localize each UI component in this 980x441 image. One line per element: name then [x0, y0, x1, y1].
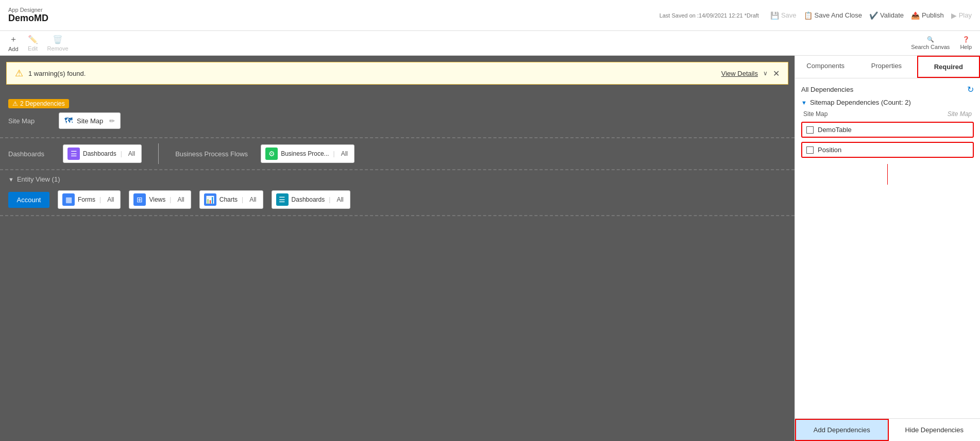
forms-all-button[interactable]: All	[105, 196, 116, 203]
top-bar-actions: Last Saved on :14/09/2021 12:21 *Draft 💾…	[660, 11, 972, 20]
remove-label: Remove	[47, 45, 69, 52]
sitemap-tile-label: Site Map	[77, 117, 103, 125]
add-label: Add	[8, 46, 19, 52]
site-map-row-label: Site Map Site Map	[801, 110, 974, 118]
entity-view-header[interactable]: ▼ Entity View (1)	[0, 170, 795, 186]
publish-label: Publish	[922, 11, 944, 19]
remove-toolbar-item[interactable]: 🗑️ Remove	[47, 35, 69, 52]
views-icon: ⊞	[133, 193, 146, 206]
validate-label: Validate	[880, 11, 904, 19]
views-all-button[interactable]: All	[175, 196, 186, 203]
sitemap-dep-group: ▼ Sitemap Dependencies (Count: 2) Site M…	[801, 99, 974, 158]
tile-sep1: |	[121, 150, 122, 157]
dep-checkbox-2[interactable]	[806, 146, 814, 154]
search-icon: 🔍	[927, 36, 934, 43]
validate-button[interactable]: ✔️ Validate	[869, 11, 904, 20]
app-info: App Designer DemoMD	[8, 7, 48, 24]
play-label: Play	[959, 11, 972, 19]
bpf-icon: ⚙	[265, 148, 278, 160]
vertical-separator	[158, 143, 159, 164]
play-button[interactable]: ▶ Play	[951, 11, 972, 20]
help-icon: ❓	[962, 36, 970, 43]
sitemap-dependencies: ⚠ 2 Dependencies	[8, 99, 786, 108]
dep-item1-label: DemoTable	[818, 126, 852, 134]
help-item[interactable]: ❓ Help	[960, 36, 972, 50]
forms-tile[interactable]: ▦ Forms | All	[58, 190, 121, 209]
dashboards-label: Dashboards	[8, 150, 55, 158]
charts-all-button[interactable]: All	[247, 196, 258, 203]
hide-dependencies-button[interactable]: Hide Dependencies	[889, 419, 981, 441]
dep-item-position[interactable]: Position	[801, 142, 974, 158]
publish-button[interactable]: 📤 Publish	[911, 11, 944, 20]
close-warning-button[interactable]: ✕	[773, 69, 780, 78]
bpf-all-button[interactable]: All	[339, 150, 350, 157]
bpf-tile[interactable]: ⚙ Business Proce... | All	[261, 144, 354, 163]
entity-dashboards-all-button[interactable]: All	[334, 196, 345, 203]
views-tile[interactable]: ⊞ Views | All	[129, 190, 191, 209]
dep-checkbox-1[interactable]	[806, 126, 814, 134]
warning-message: 1 warning(s) found.	[28, 70, 86, 77]
save-close-button[interactable]: 📋 Save And Close	[804, 11, 863, 20]
bpf-label: Business Process Flows	[175, 150, 252, 158]
warning-badge-icon: ⚠	[12, 100, 18, 107]
entity-dashboards-icon: ☰	[276, 193, 289, 206]
dependencies-badge: ⚠ 2 Dependencies	[8, 99, 69, 108]
edit-icon: ✏️	[28, 35, 38, 44]
entity-dashboards-tile[interactable]: ☰ Dashboards | All	[272, 190, 350, 209]
charts-tile-label: Charts	[219, 196, 238, 203]
view-details-link[interactable]: View Details	[721, 70, 758, 77]
entity-view-chevron: ▼	[8, 176, 14, 183]
tile-sep6: |	[329, 196, 330, 203]
edit-toolbar-item[interactable]: ✏️ Edit	[28, 35, 38, 52]
entity-row: Account ▦ Forms | All ⊞ Views | All 📊 Ch…	[0, 186, 795, 216]
save-label: Save	[781, 11, 797, 19]
tile-sep5: |	[242, 196, 243, 203]
sitemap-label: Site Map	[8, 117, 55, 125]
last-saved-text: Last Saved on :14/09/2021 12:21 *Draft	[660, 12, 759, 19]
dependencies-count: 2 Dependencies	[20, 100, 65, 107]
account-entity-button[interactable]: Account	[8, 192, 49, 208]
tab-required[interactable]: Required	[917, 56, 980, 78]
toolbar: ＋ Add ✏️ Edit 🗑️ Remove 🔍 Search Canvas …	[0, 31, 980, 56]
refresh-icon[interactable]: ↻	[967, 85, 974, 94]
add-toolbar-item[interactable]: ＋ Add	[8, 34, 19, 52]
tab-components[interactable]: Components	[795, 56, 856, 78]
dashboards-tile[interactable]: ☰ Dashboards | All	[63, 144, 142, 163]
panel-content: All Dependencies ↻ ▼ Sitemap Dependencie…	[795, 78, 980, 418]
warning-icon: ⚠	[15, 68, 23, 79]
top-bar: App Designer DemoMD Last Saved on :14/09…	[0, 0, 980, 31]
dep-item2-label: Position	[818, 146, 841, 154]
search-canvas-label: Search Canvas	[911, 44, 950, 50]
add-dependencies-button[interactable]: Add Dependencies	[795, 419, 889, 441]
dep-group-header[interactable]: ▼ Sitemap Dependencies (Count: 2)	[801, 99, 974, 106]
edit-label: Edit	[28, 45, 38, 52]
tab-properties[interactable]: Properties	[856, 56, 917, 78]
save-icon: 💾	[770, 11, 779, 20]
warning-right: View Details ∨ ✕	[721, 69, 780, 78]
warning-bar: ⚠ 1 warning(s) found. View Details ∨ ✕	[6, 62, 788, 85]
save-button[interactable]: 💾 Save	[770, 11, 797, 20]
right-panel: Components Properties Required All Depen…	[795, 56, 980, 441]
dep-item-demotable[interactable]: DemoTable	[801, 122, 974, 138]
search-canvas-item[interactable]: 🔍 Search Canvas	[911, 36, 950, 50]
charts-tile[interactable]: 📊 Charts | All	[199, 190, 263, 209]
validate-icon: ✔️	[869, 11, 878, 20]
sitemap-edit-icon[interactable]: ✏	[109, 117, 115, 125]
warning-left: ⚠ 1 warning(s) found.	[15, 68, 86, 79]
help-label: Help	[960, 44, 972, 50]
sitemap-row: ⚠ 2 Dependencies Site Map 🗺 Site Map ✏	[0, 91, 795, 138]
tile-sep3: |	[99, 196, 101, 203]
chevron-down-icon: ∨	[763, 70, 768, 77]
canvas: ⚠ 1 warning(s) found. View Details ∨ ✕ ⚠…	[0, 56, 795, 441]
sitemap-tile[interactable]: 🗺 Site Map ✏	[59, 112, 121, 129]
panel-footer: Add Dependencies Hide Dependencies	[795, 418, 980, 441]
entity-dashboards-tile-label: Dashboards	[292, 196, 325, 203]
app-designer-label: App Designer	[8, 7, 48, 13]
bpf-tile-label: Business Proce...	[281, 150, 329, 157]
views-tile-label: Views	[149, 196, 165, 203]
save-close-icon: 📋	[804, 11, 813, 20]
all-dependencies-section: All Dependencies ↻	[801, 85, 974, 94]
dashboards-all-button[interactable]: All	[126, 150, 137, 157]
site-map-value: Site Map	[948, 110, 972, 118]
dep-group-label: Sitemap Dependencies (Count: 2)	[810, 99, 911, 106]
